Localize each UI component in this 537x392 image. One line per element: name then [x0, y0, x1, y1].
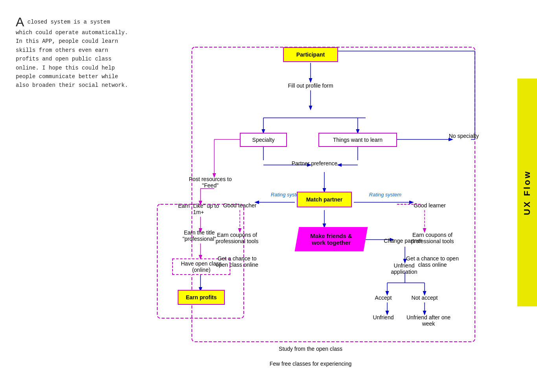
unfriend-app-label: Unfriend application [381, 262, 428, 275]
specialty-box: Specialty [240, 133, 287, 147]
description-text: A closed system is a system which could … [16, 16, 130, 90]
earn-coupons-teacher-label: Earn coupons of professional tools [211, 232, 263, 244]
big-a: A [16, 15, 24, 29]
earn-profits-box: Earn profits [178, 290, 225, 305]
participant-box: Participant [283, 47, 338, 62]
things-learn-box: Things want to learn [318, 133, 397, 147]
unfriend-label: Unfriend [368, 314, 399, 321]
rating-system-right: Rating system [360, 192, 411, 198]
not-accept-label: Not accept [405, 295, 444, 301]
get-chance-teacher-label: Get a chance to open class online [211, 255, 263, 268]
good-teacher-label: Good teacher [218, 202, 261, 209]
unfriend-week-label: Unfriend after one week [405, 314, 452, 327]
study-open-label: Study from the open class [256, 346, 366, 352]
post-resources-label: Post resources to "Feed" [185, 176, 236, 189]
page-container: A closed system is a system which could … [0, 0, 537, 392]
partner-pref-label: Partner preference [275, 160, 354, 167]
ux-flow-text: UX Flow [522, 170, 532, 215]
change-partner-label: Change partner [377, 238, 428, 244]
description-body: closed system is a system which could op… [16, 19, 128, 89]
accept-label: Accept [368, 295, 399, 301]
few-free-label: Few free classes for experiencing [252, 361, 370, 367]
ux-flow-label: UX Flow [517, 79, 537, 306]
make-friends-box: Make friends & work together [295, 227, 368, 251]
earn-like-label: Earn "Like" up to 1m+ [173, 203, 224, 215]
good-learner-label: Good learner [408, 202, 451, 209]
no-specialty-label: No specialty [440, 133, 479, 139]
match-partner-box: Match partner [297, 192, 352, 207]
flowchart: Participant Fill out profile form Specia… [145, 24, 515, 377]
fill-form-label: Fill out profile form [271, 82, 350, 89]
